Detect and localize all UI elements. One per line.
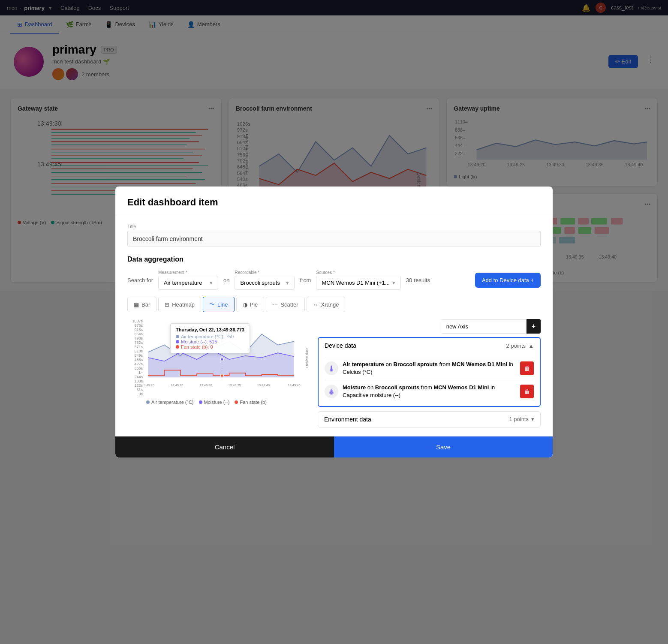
measurement-dropdown-group: Measurement * Air temperature ▾ xyxy=(158,270,218,290)
on-label: on xyxy=(223,277,229,283)
sources-dropdown-group: Sources * MCN Wemos D1 Mini (+1... ▾ xyxy=(316,270,400,290)
measurement-arrow-icon: ▾ xyxy=(210,280,213,286)
modal-overlay[interactable]: Edit dashboard item Title Data aggregati… xyxy=(0,0,668,291)
recordable-value: Broccoli sprouts xyxy=(240,280,280,286)
results-count: 30 results xyxy=(406,277,430,283)
from-label: from xyxy=(300,277,311,283)
data-aggregation-title: Data aggregation xyxy=(127,256,541,263)
modal-body: Title Data aggregation Search for Measur… xyxy=(115,215,553,291)
sources-dropdown[interactable]: MCN Wemos D1 Mini (+1... ▾ xyxy=(316,276,400,290)
measurement-value: Air temperature xyxy=(164,280,202,286)
title-field-group: Title xyxy=(127,224,541,247)
recordable-arrow-icon: ▾ xyxy=(286,280,289,286)
modal-header: Edit dashboard item xyxy=(115,187,553,215)
sources-arrow-icon: ▾ xyxy=(392,280,395,286)
recordable-dropdown[interactable]: Broccoli sprouts ▾ xyxy=(235,276,295,290)
search-for-label: Search for xyxy=(127,277,153,283)
add-device-data-button[interactable]: Add to Device data + xyxy=(475,273,541,288)
recordable-sublabel: Recordable * xyxy=(235,270,295,275)
search-row: Search for Measurement * Air temperature… xyxy=(127,270,541,290)
title-field-label: Title xyxy=(127,224,541,229)
title-input[interactable] xyxy=(127,231,541,247)
recordable-dropdown-group: Recordable * Broccoli sprouts ▾ xyxy=(235,270,295,290)
sources-value: MCN Wemos D1 Mini (+1... xyxy=(322,280,389,286)
edit-dashboard-modal: Edit dashboard item Title Data aggregati… xyxy=(115,187,553,291)
measurement-sublabel: Measurement * xyxy=(158,270,218,275)
modal-title: Edit dashboard item xyxy=(127,197,541,208)
measurement-dropdown[interactable]: Air temperature ▾ xyxy=(158,276,218,290)
sources-sublabel: Sources * xyxy=(316,270,400,275)
